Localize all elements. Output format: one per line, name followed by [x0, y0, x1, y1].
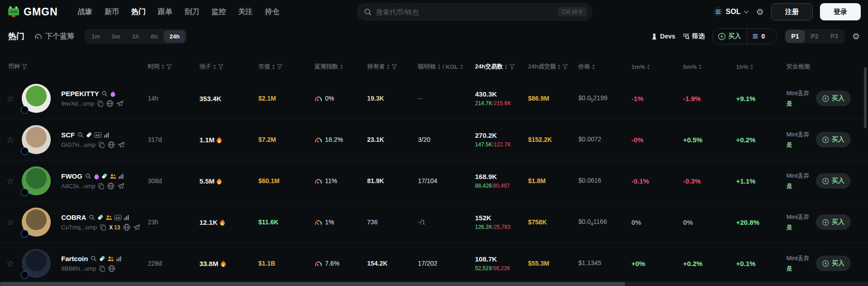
- timeframe-5m[interactable]: 5m: [106, 30, 126, 43]
- favorite-star-icon[interactable]: ☆: [6, 94, 14, 103]
- nav-item[interactable]: 新币: [105, 7, 119, 17]
- column-header-13[interactable]: 安全检测: [779, 63, 809, 71]
- favorite-star-icon[interactable]: ☆: [6, 176, 14, 186]
- filter-funnel-icon[interactable]: [563, 64, 568, 69]
- filter-funnel-icon[interactable]: [22, 64, 27, 69]
- token-name[interactable]: FWOG: [61, 172, 82, 180]
- buy-button[interactable]: 买入: [816, 173, 851, 189]
- sort-icon[interactable]: [460, 64, 463, 69]
- filter-funnel-icon[interactable]: [277, 64, 282, 69]
- column-header-7[interactable]: 24h交易数: [468, 63, 521, 71]
- tab-next-bluechip[interactable]: 下个蓝筹: [34, 32, 74, 41]
- token-name[interactable]: COBRA: [61, 213, 86, 221]
- globe-icon[interactable]: [107, 100, 113, 107]
- column-header-0[interactable]: 币种: [0, 63, 141, 71]
- nav-item[interactable]: 刮刀: [185, 7, 199, 17]
- column-header-2[interactable]: 池子: [192, 63, 251, 71]
- token-name[interactable]: PEPEKITTY: [61, 90, 99, 97]
- timeframe-6h[interactable]: 6h: [145, 30, 164, 43]
- sort-icon[interactable]: [592, 64, 595, 69]
- horizontal-scrollbar-thumb[interactable]: [0, 282, 625, 286]
- preset-p1[interactable]: P1: [786, 30, 805, 43]
- column-header-4[interactable]: 蓝筹指数: [307, 63, 360, 71]
- column-header-5[interactable]: 持有者: [360, 63, 411, 71]
- column-header-3[interactable]: 市值: [251, 63, 307, 71]
- copy-icon[interactable]: [99, 266, 105, 272]
- sort-icon[interactable]: [387, 64, 390, 69]
- quick-buy-button[interactable]: 买入: [713, 32, 747, 40]
- register-button[interactable]: 注册: [771, 3, 813, 20]
- sort-icon[interactable]: [437, 64, 441, 69]
- sort-icon[interactable]: [272, 64, 275, 69]
- nav-item[interactable]: 战壕: [78, 7, 92, 17]
- sort-icon[interactable]: [340, 64, 343, 69]
- timeframe-1m[interactable]: 1m: [86, 30, 106, 43]
- settings-gear-icon[interactable]: ⚙: [756, 8, 764, 16]
- filter-funnel-icon[interactable]: [392, 64, 397, 69]
- token-avatar[interactable]: [22, 166, 51, 195]
- sort-icon[interactable]: [647, 64, 650, 69]
- copy-icon[interactable]: [97, 101, 103, 107]
- chain-selector[interactable]: SOL: [713, 7, 749, 16]
- sort-icon[interactable]: [161, 64, 165, 69]
- x-twitter-link[interactable]: X13: [109, 224, 120, 231]
- sort-icon[interactable]: [698, 64, 702, 69]
- favorite-star-icon[interactable]: ☆: [6, 135, 14, 145]
- login-button[interactable]: 登录: [820, 3, 861, 20]
- search-input[interactable]: [376, 8, 553, 16]
- table-settings-gear-icon[interactable]: ⚙: [852, 32, 860, 41]
- copy-icon[interactable]: [100, 224, 106, 231]
- filter-button[interactable]: 筛选: [683, 32, 705, 40]
- telegram-icon[interactable]: [116, 101, 123, 107]
- telegram-icon[interactable]: [133, 224, 140, 230]
- search-box[interactable]: Ctrl alt K: [357, 3, 592, 21]
- token-avatar[interactable]: [22, 208, 51, 237]
- buy-button[interactable]: 买入: [816, 132, 851, 147]
- filter-funnel-icon[interactable]: [509, 64, 515, 69]
- token-name[interactable]: SCF: [61, 131, 75, 139]
- globe-icon[interactable]: [123, 224, 130, 231]
- timeframe-1h[interactable]: 1h: [126, 30, 145, 43]
- nav-item[interactable]: 持仓: [265, 7, 280, 17]
- search-icon[interactable]: [85, 173, 91, 179]
- token-avatar[interactable]: [22, 249, 51, 278]
- preset-p2[interactable]: P2: [805, 30, 824, 43]
- nav-item[interactable]: 热门: [131, 7, 146, 17]
- table-row[interactable]: ☆ COBRA AD CuTmq...ump X13 23h 12.1K $11…: [0, 202, 868, 243]
- filter-funnel-icon[interactable]: [218, 64, 223, 69]
- column-header-1[interactable]: 时间: [141, 63, 192, 71]
- globe-icon[interactable]: [108, 265, 115, 272]
- table-row[interactable]: ☆ Fartcoin 9BB6N...ump 228d 33.8M $1.1B …: [0, 243, 868, 284]
- column-header-11[interactable]: 5m%: [676, 63, 729, 70]
- favorite-star-icon[interactable]: ☆: [6, 259, 14, 268]
- sort-icon[interactable]: [504, 64, 508, 69]
- copy-icon[interactable]: [98, 183, 104, 189]
- tab-hot[interactable]: 热门: [8, 31, 24, 42]
- vertical-scrollbar[interactable]: [864, 67, 867, 128]
- sort-icon[interactable]: [750, 64, 753, 69]
- telegram-icon[interactable]: [117, 183, 124, 189]
- column-header-12[interactable]: 1h%: [729, 63, 779, 70]
- nav-item[interactable]: 跟单: [158, 7, 173, 17]
- quick-buy-amount-input[interactable]: 0: [747, 29, 777, 44]
- copy-icon[interactable]: [99, 142, 105, 148]
- search-icon[interactable]: [78, 132, 83, 138]
- buy-button[interactable]: 买入: [816, 214, 851, 230]
- timeframe-24h[interactable]: 24h: [164, 30, 185, 43]
- buy-button[interactable]: 买入: [816, 256, 851, 271]
- buy-button[interactable]: 买入: [816, 91, 851, 106]
- gmgn-logo[interactable]: GMGN: [7, 5, 58, 18]
- nav-item[interactable]: 监控: [212, 7, 226, 17]
- search-icon[interactable]: [91, 256, 97, 262]
- column-header-10[interactable]: 1m%: [624, 63, 676, 70]
- column-header-9[interactable]: 价格: [571, 63, 624, 71]
- filter-funnel-icon[interactable]: [166, 64, 172, 69]
- devs-filter-button[interactable]: Devs: [651, 33, 675, 40]
- globe-icon[interactable]: [107, 183, 114, 189]
- token-avatar[interactable]: [22, 84, 51, 113]
- globe-icon[interactable]: [108, 141, 115, 148]
- table-row[interactable]: ☆ FWOG A8C3x...ump 308d 5.5M $60.1M 11% …: [0, 160, 868, 202]
- search-icon[interactable]: [102, 91, 107, 97]
- sort-icon[interactable]: [558, 64, 561, 69]
- column-header-6[interactable]: 聪明钱/ KOL: [411, 63, 468, 71]
